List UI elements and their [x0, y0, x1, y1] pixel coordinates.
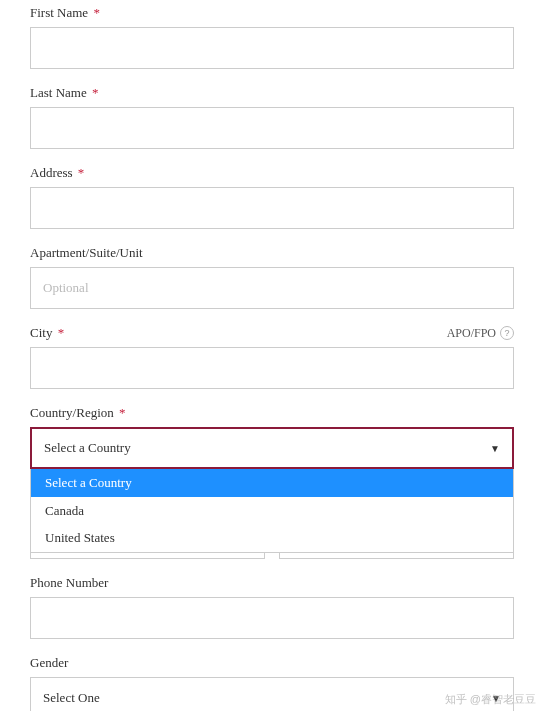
required-mark: *: [119, 405, 126, 420]
help-icon: ?: [500, 326, 514, 340]
country-option[interactable]: Select a Country: [31, 469, 513, 497]
phone-label: Phone Number: [30, 575, 108, 591]
country-option[interactable]: United States: [31, 524, 513, 552]
phone-input[interactable]: [30, 597, 514, 639]
country-label: Country/Region *: [30, 405, 126, 421]
apartment-group: Apartment/Suite/Unit: [30, 245, 514, 309]
country-option[interactable]: Canada: [31, 497, 513, 525]
address-label: Address *: [30, 165, 84, 181]
city-input[interactable]: [30, 347, 514, 389]
apartment-input[interactable]: [30, 267, 514, 309]
gender-label: Gender: [30, 655, 68, 671]
chevron-down-icon: ▼: [490, 443, 500, 454]
gender-selected-value: Select One: [43, 690, 100, 706]
first-name-label: First Name *: [30, 5, 100, 21]
city-label: City *: [30, 325, 64, 341]
last-name-input[interactable]: [30, 107, 514, 149]
chevron-down-icon: ▼: [491, 693, 501, 704]
city-group: City * APO/FPO ?: [30, 325, 514, 389]
apartment-label: Apartment/Suite/Unit: [30, 245, 143, 261]
required-mark: *: [92, 85, 99, 100]
apo-fpo-link[interactable]: APO/FPO ?: [447, 326, 514, 341]
gender-group: Gender Select One ▼: [30, 655, 514, 711]
country-select[interactable]: Select a Country ▼: [30, 427, 514, 469]
phone-group: Phone Number: [30, 575, 514, 639]
gender-select[interactable]: Select One ▼: [30, 677, 514, 711]
address-group: Address *: [30, 165, 514, 229]
required-mark: *: [78, 165, 85, 180]
country-selected-value: Select a Country: [44, 440, 131, 456]
first-name-group: First Name *: [30, 5, 514, 69]
country-group: Country/Region * Select a Country ▼ Sele…: [30, 405, 514, 469]
last-name-group: Last Name *: [30, 85, 514, 149]
first-name-input[interactable]: [30, 27, 514, 69]
required-mark: *: [93, 5, 100, 20]
required-mark: *: [58, 325, 65, 340]
last-name-label: Last Name *: [30, 85, 98, 101]
country-dropdown: Select a Country Canada United States: [30, 469, 514, 553]
address-input[interactable]: [30, 187, 514, 229]
